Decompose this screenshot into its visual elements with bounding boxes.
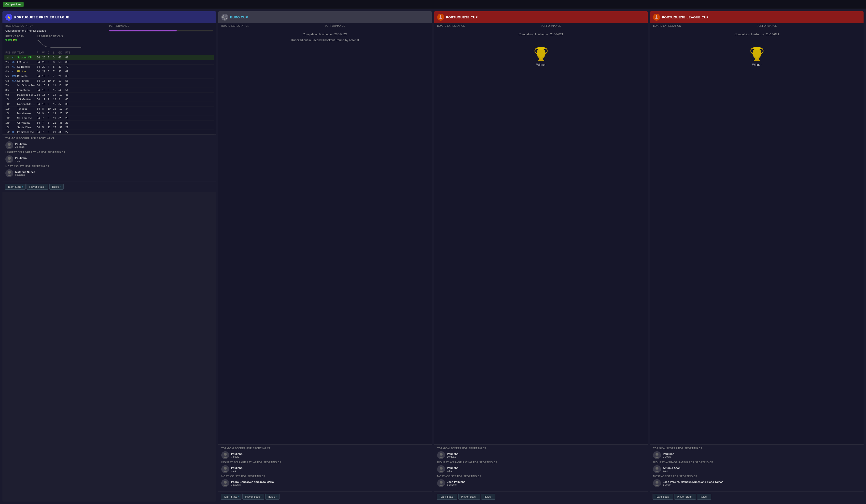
top-goalscorer-row: Paulinho 25 goals xyxy=(5,141,213,149)
table-row[interactable]: 10th CS Marítimo 34 12 9 13 2 45 xyxy=(4,97,214,102)
table-row[interactable]: 3rd CL SL Benfica 34 22 4 8 30 70 xyxy=(4,65,214,69)
avg-rating-row: Antonio Adán 7.73 xyxy=(653,465,861,473)
form-positions-row: RECENT FORMLEAGUE POSITIONS xyxy=(2,34,216,50)
btn-player_stats-portuguese_league_cup[interactable]: Player Stats › xyxy=(674,494,696,500)
btn-arrow: › xyxy=(708,495,708,498)
svg-point-27 xyxy=(753,49,761,58)
gd-cell: -25 xyxy=(58,112,65,115)
table-row[interactable]: 16th Santa Clara 34 5 12 17 -31 27 xyxy=(4,125,214,130)
w-cell: 13 xyxy=(42,93,48,96)
form-dot-green xyxy=(10,39,12,41)
btn-team_stats-portuguese_premier[interactable]: Team Stats › xyxy=(5,184,25,190)
team-cell: Sp. Braga xyxy=(17,79,37,82)
board-expectation-value-row: Challenge for the Premier League xyxy=(2,29,216,34)
btn-label: Player Stats xyxy=(245,495,259,498)
svg-rect-13 xyxy=(538,60,544,61)
panel-portuguese_league_cup: PORTUGUESE LEAGUE CUPBOARD EXPECTATIONPE… xyxy=(650,11,864,502)
most-assists-label: MOST ASSISTS FOR SPORTING CP xyxy=(5,165,213,168)
btn-arrow: › xyxy=(670,495,670,498)
btn-rules-portuguese_premier[interactable]: Rules › xyxy=(49,184,63,190)
btn-player_stats-portuguese_cup[interactable]: Player Stats › xyxy=(458,494,480,500)
table-row[interactable]: 6th ECL Sp. Braga 34 15 10 9 19 55 xyxy=(4,79,214,83)
btn-player_stats-portuguese_premier[interactable]: Player Stats › xyxy=(26,184,48,190)
table-row[interactable]: 14th Sp. Farense 34 7 8 19 -26 29 xyxy=(4,116,214,121)
form-dot-green xyxy=(8,39,10,41)
trophy-icon: Winner xyxy=(534,44,548,67)
performance-label: PERFORMANCE xyxy=(325,24,429,27)
league-positions-section: LEAGUE POSITIONS xyxy=(37,35,213,49)
svg-rect-9 xyxy=(440,15,441,18)
svg-point-18 xyxy=(440,467,443,470)
btn-team_stats-portuguese_league_cup[interactable]: Team Stats › xyxy=(653,494,673,500)
btn-rules-euro_cup[interactable]: Rules › xyxy=(265,494,279,500)
svg-point-17 xyxy=(440,453,443,456)
btn-label: Player Stats xyxy=(461,495,476,498)
most-assists-row: João Palhinha 3 assists xyxy=(437,479,645,487)
l-cell: 19 xyxy=(53,116,58,119)
form-dot-green xyxy=(15,39,17,41)
panel-icon-euro_cup xyxy=(221,14,228,21)
table-row[interactable]: 15th Gil Vicente 34 7 6 21 -43 27 xyxy=(4,121,214,125)
pts-cell: 29 xyxy=(65,116,72,119)
table-row[interactable]: 13th Moreirense 34 9 6 19 -25 33 xyxy=(4,111,214,116)
svg-point-1 xyxy=(8,143,11,146)
assists-avatar xyxy=(653,479,661,487)
table-row[interactable]: 8th Famalicão 34 16 3 15 -4 51 xyxy=(4,88,214,92)
l-cell: 3 xyxy=(53,61,58,64)
btn-rules-portuguese_league_cup[interactable]: Rules › xyxy=(697,494,711,500)
l-cell: 11 xyxy=(53,84,58,87)
panel-icon-portuguese_premier xyxy=(5,14,12,21)
table-row[interactable]: 7th Vit. Guimarães 34 16 7 11 13 55 xyxy=(4,83,214,88)
team-cell: Gil Vicente xyxy=(17,121,37,124)
panel-header-portuguese_premier: PORTUGUESE PREMIER LEAGUE xyxy=(2,11,216,23)
winner-label: Winner xyxy=(752,63,762,67)
competitions-button[interactable]: Competitions xyxy=(3,2,24,7)
table-header-p: P xyxy=(37,51,42,54)
bottom-buttons-euro_cup: Team Stats ›Player Stats ›Rules › xyxy=(218,492,432,502)
btn-team_stats-euro_cup[interactable]: Team Stats › xyxy=(221,494,242,500)
inf-cell: ECL xyxy=(12,75,17,77)
table-row[interactable]: 9th Paços de Ferreira 34 13 7 14 -10 46 xyxy=(4,92,214,97)
form-dot-green xyxy=(5,39,7,41)
btn-label: Team Stats xyxy=(655,495,669,498)
panel-icon-portuguese_cup xyxy=(437,14,444,21)
table-row[interactable]: 11th Nacional da Madeira 34 10 9 15 -5 3… xyxy=(4,102,214,106)
d-cell: 7 xyxy=(48,84,53,87)
gd-cell: 13 xyxy=(58,84,65,87)
avg-rating-label: HIGHEST AVERAGE RATING FOR SPORTING CP xyxy=(221,461,429,464)
table-row[interactable]: 17th R Portimonense 34 7 6 21 -33 27 xyxy=(4,130,214,135)
btn-team_stats-portuguese_cup[interactable]: Team Stats › xyxy=(437,494,457,500)
table-row[interactable]: 5th ECL Boavista 34 19 8 7 21 65 xyxy=(4,74,214,79)
rating-avatar xyxy=(5,155,13,163)
btn-arrow: › xyxy=(492,495,492,498)
table-row[interactable]: 2nd CL FC Porto 34 26 5 3 58 83 xyxy=(4,60,214,65)
table-row[interactable]: 12th Tondela 34 8 10 16 -17 34 xyxy=(4,106,214,111)
team-cell: Tondela xyxy=(17,107,37,110)
l-cell: 8 xyxy=(53,65,58,68)
pos-cell: 4th xyxy=(5,70,12,73)
table-header-gd: GD xyxy=(58,51,65,54)
assists-info: João Palhinha 3 assists xyxy=(447,480,465,486)
pts-cell: 33 xyxy=(65,112,72,115)
table-header-row: POSINFTEAMPWDLGDPTS xyxy=(4,50,214,55)
table-row[interactable]: 1st C Sporting CP 34 28 3 3 61 87 xyxy=(4,55,214,60)
assists-info: Pedro Gonçalves and João Mário 3 assists xyxy=(231,480,274,486)
btn-player_stats-euro_cup[interactable]: Player Stats › xyxy=(242,494,264,500)
gd-cell: 58 xyxy=(58,61,65,64)
d-cell: 3 xyxy=(48,89,53,92)
d-cell: 6 xyxy=(48,130,53,134)
svg-rect-24 xyxy=(754,60,760,61)
table-row[interactable]: 4th EL Rio Ave 34 21 6 7 35 69 xyxy=(4,69,214,74)
btn-rules-portuguese_cup[interactable]: Rules › xyxy=(481,494,495,500)
d-cell: 8 xyxy=(48,75,53,78)
pos-cell: 17th xyxy=(5,131,12,134)
svg-rect-20 xyxy=(656,15,657,18)
w-cell: 9 xyxy=(42,112,48,115)
gd-cell: -5 xyxy=(58,103,65,105)
bottom-buttons-portuguese_cup: Team Stats ›Player Stats ›Rules › xyxy=(434,492,648,502)
rating-avatar xyxy=(437,465,445,473)
pos-cell: 3rd xyxy=(5,66,12,68)
trophy-svg xyxy=(750,44,764,63)
board-expectation-label: BOARD EXPECTATION xyxy=(5,24,109,27)
stats-section-portuguese_premier: TOP GOALSCORER FOR SPORTING CP Paulinho … xyxy=(2,135,216,182)
